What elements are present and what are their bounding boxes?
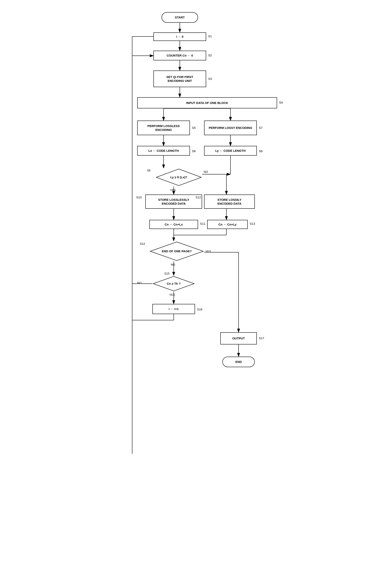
s8-label: S8 [259,149,262,153]
s2-label: S2 [208,53,212,57]
s9-label: S9 [147,169,150,172]
s10-shape: STORE LOSSLESSLY ENCODED DATA [145,194,202,209]
s15-label: S15 [164,272,169,275]
s15-yes-label: YES [169,293,175,296]
s1-text: i ← 0 [176,35,183,39]
s3-shape: SET Qi FOR FIRST ENCODING UNIT [153,70,206,87]
s7-shape: PERFORM LOSSY ENCODING [204,121,257,135]
end-label: END [235,360,242,364]
s14-label: S14 [140,242,145,245]
s3-text: SET Qi FOR FIRST ENCODING UNIT [166,75,193,83]
s15-no-label: NO [137,281,142,285]
s14-diamond: END OF ONE PAGE? [149,241,204,261]
s17-shape: OUTPUT [220,332,257,345]
end-shape: END [222,357,255,367]
flowchart: START i ← 0 S1 COUNTER Cn ← 0 S2 SET Qi … [117,8,275,535]
s4-shape: INPUT DATA OF ONE BLOCK [137,97,277,108]
s9-text: Ly ≥ fi (Lx)? [170,175,187,179]
s10-label: S10 [136,195,142,199]
s5-shape: PERFORM LOSSLESS ENCODING [137,121,190,135]
s17-text: OUTPUT [232,336,245,340]
s16-label: S16 [197,308,202,311]
s6-shape: Lx ← CODE LENGTH [137,146,190,156]
s6-label: S6 [192,149,196,153]
s11-text: Cn ← Cn+Lx [164,222,183,226]
s9-no-label: NO [204,170,208,174]
s3-label: S3 [208,77,212,80]
s11-label: S11 [200,222,206,225]
s6-text: Lx ← CODE LENGTH [148,149,179,153]
start-label: START [175,16,185,19]
s13-label: S13 [250,222,255,225]
s8-shape: Ly ← CODE LENGTH [204,146,257,156]
s12-shape: STORE LOSSILY ENCODED DATA [204,194,255,209]
s10-text: STORE LOSSLESSLY ENCODED DATA [158,198,189,206]
s9-diamond: Ly ≥ fi (Lx)? [155,168,202,186]
s17-label: S17 [259,336,264,340]
s8-text: Ly ← CODE LENGTH [215,149,245,153]
s2-shape: COUNTER Cn ← 0 [153,51,206,60]
s4-label: S4 [279,101,283,104]
s12-label: S12 [196,195,201,199]
s12-text: STORE LOSSILY ENCODED DATA [217,198,242,206]
s15-text: Cn ≥ Th ? [167,282,180,286]
s5-label: S5 [192,126,196,129]
start-shape: START [162,12,198,23]
s11-shape: Cn ← Cn+Lx [149,220,198,229]
s7-text: PERFORM LOSSY ENCODING [209,126,252,130]
s16-text: i ← i+1 [169,307,179,311]
s2-text: COUNTER Cn ← 0 [167,53,193,58]
s4-text: INPUT DATA OF ONE BLOCK [186,101,228,105]
s14-no-label: NO [171,263,175,266]
s13-shape: Cn ← Cn+Ly [207,220,248,229]
s15-diamond: Cn ≥ Th ? [152,276,195,292]
s5-text: PERFORM LOSSLESS ENCODING [147,124,180,132]
s16-shape: i ← i+1 [152,304,195,314]
s1-shape: i ← 0 [153,32,206,41]
s1-label: S1 [208,34,212,38]
s14-yes-label: YES [205,250,211,253]
s9-yes-label: YES [170,189,176,192]
s14-text: END OF ONE PAGE? [162,249,192,253]
s7-label: S7 [259,126,262,129]
s13-text: Cn ← Cn+Ly [218,222,236,226]
